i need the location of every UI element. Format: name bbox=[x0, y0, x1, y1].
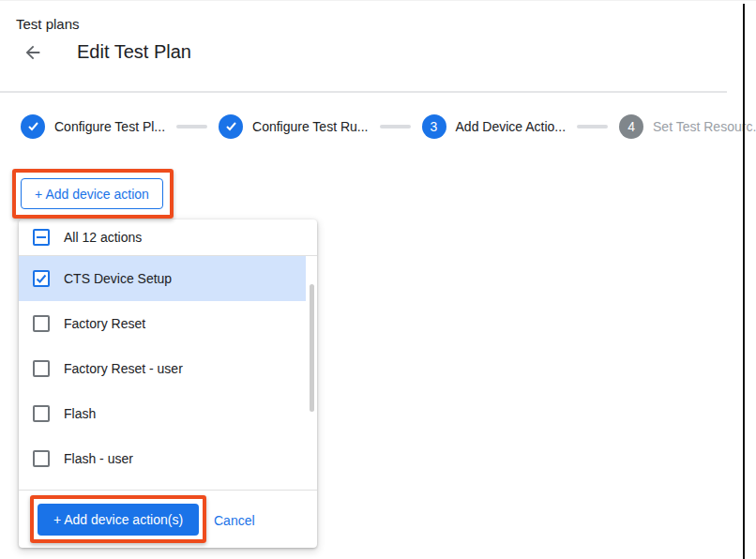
device-action-list: CTS Device Setup Factory Reset Factory R… bbox=[19, 256, 306, 481]
step-complete-check-icon bbox=[21, 114, 45, 139]
list-item-flash-user[interactable]: Flash - user bbox=[19, 436, 306, 481]
window-edge bbox=[743, 4, 745, 559]
checked-checkbox-icon[interactable] bbox=[33, 270, 50, 287]
step-number-badge: 3 bbox=[422, 114, 446, 139]
step-set-test-resources[interactable]: 4 Set Test Resourc... bbox=[619, 114, 756, 139]
back-arrow-icon[interactable] bbox=[21, 40, 45, 65]
step-number-badge: 4 bbox=[619, 114, 643, 139]
step-label: Add Device Actio... bbox=[456, 119, 567, 134]
unchecked-checkbox-icon[interactable] bbox=[33, 405, 50, 422]
list-item-flash[interactable]: Flash bbox=[19, 391, 306, 436]
step-label: Configure Test Pl... bbox=[54, 119, 165, 134]
breadcrumb[interactable]: Test plans bbox=[16, 16, 80, 32]
select-all-row[interactable]: All 12 actions bbox=[19, 219, 317, 255]
list-item-label: Factory Reset - user bbox=[64, 361, 183, 376]
page-title: Edit Test Plan bbox=[77, 41, 191, 63]
header-divider bbox=[0, 91, 727, 93]
scrollbar-thumb[interactable] bbox=[310, 284, 314, 412]
unchecked-checkbox-icon[interactable] bbox=[33, 450, 50, 467]
indeterminate-checkbox-icon[interactable] bbox=[33, 229, 50, 246]
add-device-action-button[interactable]: + Add device action bbox=[21, 178, 163, 209]
stepper-connector bbox=[380, 125, 411, 128]
list-item-label: CTS Device Setup bbox=[64, 271, 172, 286]
step-configure-test-plan[interactable]: Configure Test Pl... bbox=[21, 114, 165, 139]
unchecked-checkbox-icon[interactable] bbox=[33, 315, 50, 332]
stepper-connector bbox=[176, 125, 207, 128]
list-item-label: Flash bbox=[64, 406, 96, 421]
confirm-add-device-actions-button[interactable]: + Add device action(s) bbox=[38, 504, 199, 536]
device-action-dropdown: All 12 actions CTS Device Setup Factory … bbox=[19, 219, 317, 548]
list-item-factory-reset-user[interactable]: Factory Reset - user bbox=[19, 346, 306, 391]
step-configure-test-run[interactable]: Configure Test Ru... bbox=[219, 114, 368, 139]
footer-divider bbox=[19, 490, 317, 491]
step-label: Configure Test Ru... bbox=[252, 119, 368, 134]
select-all-label: All 12 actions bbox=[64, 230, 142, 245]
cancel-button[interactable]: Cancel bbox=[209, 511, 260, 530]
edit-test-plan-page: Test plans Edit Test Plan Configure Test… bbox=[0, 0, 756, 559]
list-item-label: Flash - user bbox=[64, 451, 133, 466]
list-item-label: Factory Reset bbox=[64, 316, 145, 331]
list-item-factory-reset[interactable]: Factory Reset bbox=[19, 301, 306, 346]
list-item-cts-device-setup[interactable]: CTS Device Setup bbox=[19, 256, 306, 301]
unchecked-checkbox-icon[interactable] bbox=[33, 360, 50, 377]
step-complete-check-icon bbox=[219, 114, 243, 139]
step-add-device-actions[interactable]: 3 Add Device Actio... bbox=[422, 114, 567, 139]
stepper: Configure Test Pl... Configure Test Ru..… bbox=[21, 113, 756, 139]
step-label: Set Test Resourc... bbox=[653, 119, 756, 134]
stepper-connector bbox=[577, 125, 608, 128]
